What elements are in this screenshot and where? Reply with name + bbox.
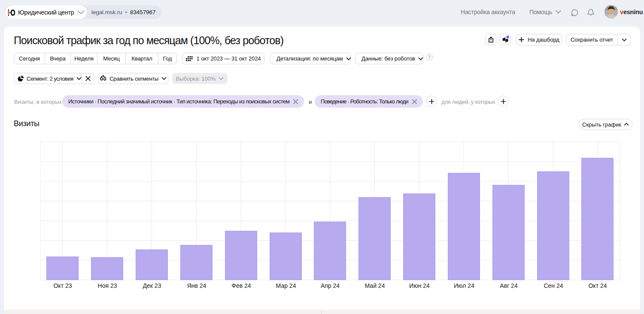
svg-text:Июл 24: Июл 24	[454, 282, 474, 289]
svg-text:Фев 24: Фев 24	[231, 282, 251, 289]
svg-text:Июн 24: Июн 24	[409, 282, 430, 289]
svg-text:Окт 24: Окт 24	[588, 282, 607, 289]
svg-text:Апр 24: Апр 24	[321, 282, 340, 289]
svg-text:Сен 24: Сен 24	[544, 282, 563, 289]
svg-text:Май 24: Май 24	[365, 282, 385, 289]
svg-text:Мар 24: Мар 24	[276, 282, 296, 289]
svg-text:Дек 23: Дек 23	[143, 282, 161, 289]
svg-text:Янв 24: Янв 24	[187, 282, 207, 289]
svg-text:Авг 24: Авг 24	[500, 282, 518, 289]
svg-text:Ноя 23: Ноя 23	[98, 282, 117, 289]
svg-text:Окт 23: Окт 23	[53, 282, 72, 289]
